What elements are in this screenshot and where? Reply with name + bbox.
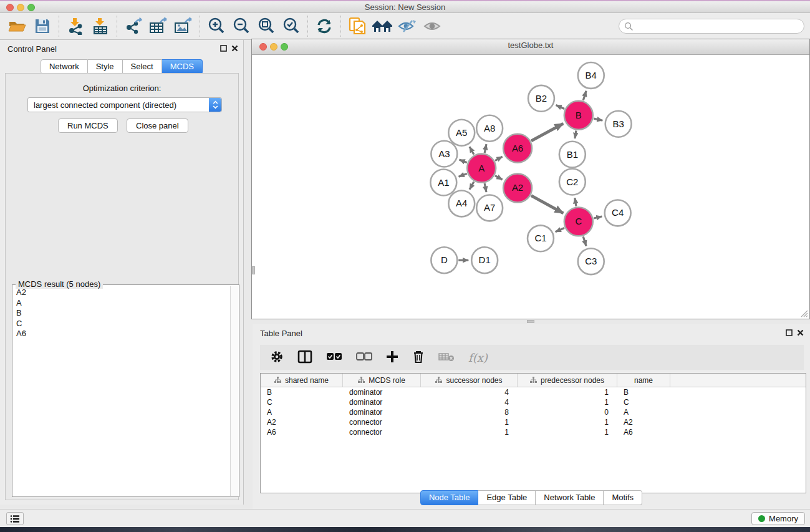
- result-item[interactable]: A2: [13, 288, 229, 298]
- edge-B-B1[interactable]: [575, 130, 576, 138]
- tab-edge-table[interactable]: Edge Table: [478, 490, 536, 505]
- tab-network-table[interactable]: Network Table: [536, 490, 604, 505]
- edge-C-C2[interactable]: [575, 198, 576, 206]
- node-A8[interactable]: A8: [476, 115, 503, 142]
- edge-A-A3[interactable]: [460, 160, 467, 163]
- node-A1[interactable]: A1: [430, 170, 456, 196]
- node-C2[interactable]: C2: [559, 169, 586, 195]
- node-D[interactable]: D: [431, 247, 457, 273]
- column-header-predecessor-nodes[interactable]: predecessor nodes: [518, 374, 617, 387]
- show-graphics-details-button[interactable]: [420, 15, 445, 37]
- edge-C-C4[interactable]: [594, 216, 602, 218]
- task-history-button[interactable]: [6, 512, 24, 525]
- edge-A-A4[interactable]: [470, 181, 474, 189]
- close-panel-button[interactable]: Close panel: [127, 118, 188, 133]
- node-A4[interactable]: A4: [448, 190, 475, 216]
- result-scrollbar[interactable]: [230, 286, 238, 496]
- column-header-shared-name[interactable]: shared name: [261, 374, 343, 387]
- result-item[interactable]: C: [13, 319, 229, 329]
- edge-A-A1[interactable]: [459, 173, 467, 177]
- edge-A6-B[interactable]: [531, 123, 563, 141]
- import-table-button[interactable]: [88, 15, 113, 37]
- zoom-selected-button[interactable]: [279, 15, 304, 37]
- memory-button[interactable]: Memory: [751, 512, 805, 525]
- float-panel-icon[interactable]: [220, 44, 227, 54]
- edge-A-A6[interactable]: [495, 157, 503, 160]
- tab-mcds[interactable]: MCDS: [162, 59, 203, 74]
- save-session-button[interactable]: [30, 15, 55, 37]
- edge-A-A2[interactable]: [495, 176, 503, 180]
- close-panel-icon[interactable]: [231, 44, 238, 54]
- mcds-result-list[interactable]: A2ABCA6: [13, 288, 229, 496]
- edge-A-A8[interactable]: [485, 144, 486, 153]
- edge-B-B2[interactable]: [556, 105, 564, 109]
- edge-C-C1[interactable]: [556, 228, 564, 231]
- tab-style[interactable]: Style: [88, 59, 123, 74]
- refresh-view-button[interactable]: [312, 15, 337, 37]
- show-column-button[interactable]: [297, 350, 312, 365]
- node-B[interactable]: B: [564, 101, 593, 130]
- column-header-successor-nodes[interactable]: successor nodes: [421, 374, 518, 387]
- column-header-MCDS-role[interactable]: MCDS role: [343, 374, 421, 387]
- network-canvas[interactable]: B4B2BB3A5A8A6A3AB1A1A2C2A4A7C4CC1DD1C3: [252, 56, 809, 319]
- edge-B-B3[interactable]: [594, 118, 602, 120]
- open-file-button[interactable]: [5, 15, 30, 37]
- edge-A-A5[interactable]: [470, 147, 474, 154]
- houses-button[interactable]: [370, 15, 395, 37]
- node-B1[interactable]: B1: [559, 142, 586, 168]
- zoom-in-button[interactable]: [204, 15, 229, 37]
- close-table-panel-icon[interactable]: [797, 329, 804, 338]
- tab-select[interactable]: Select: [123, 59, 162, 74]
- table-row[interactable]: Cdominator41C: [261, 397, 806, 407]
- delete-table-button[interactable]: [438, 352, 455, 364]
- export-network-button[interactable]: [121, 15, 146, 37]
- criterion-dropdown[interactable]: largest connected component (directed): [27, 97, 222, 112]
- run-mcds-button[interactable]: Run MCDS: [58, 118, 118, 133]
- float-table-panel-icon[interactable]: [786, 329, 793, 338]
- zoom-out-button[interactable]: [229, 15, 254, 37]
- node-A[interactable]: A: [467, 154, 496, 183]
- tab-motifs[interactable]: Motifs: [604, 490, 642, 505]
- table-row[interactable]: Adominator80A: [261, 407, 806, 417]
- result-item[interactable]: A: [13, 298, 229, 309]
- node-A3[interactable]: A3: [431, 141, 457, 167]
- table-row[interactable]: A2connector11A2: [261, 417, 806, 427]
- export-table-button[interactable]: [146, 15, 171, 37]
- search-input[interactable]: [619, 19, 804, 34]
- node-A5[interactable]: A5: [448, 120, 475, 146]
- node-D1[interactable]: D1: [471, 247, 498, 273]
- export-image-button[interactable]: [171, 15, 196, 37]
- resize-grip-icon[interactable]: [799, 309, 808, 317]
- node-A7[interactable]: A7: [476, 195, 503, 221]
- tab-network[interactable]: Network: [41, 59, 88, 74]
- hide-graphics-details-button[interactable]: [395, 15, 420, 37]
- table-row[interactable]: Bdominator41B: [261, 387, 806, 397]
- tab-node-table[interactable]: Node Table: [420, 490, 479, 505]
- copy-view-button[interactable]: [345, 15, 370, 37]
- table-row[interactable]: A6connector11A6: [261, 427, 806, 437]
- result-item[interactable]: A6: [13, 329, 229, 339]
- edge-C-C3[interactable]: [583, 236, 586, 246]
- node-C1[interactable]: C1: [528, 225, 554, 251]
- node-B2[interactable]: B2: [528, 85, 554, 112]
- node-C[interactable]: C: [564, 207, 593, 236]
- function-builder-button[interactable]: f(x): [468, 351, 488, 364]
- node-A2[interactable]: A2: [503, 174, 532, 203]
- create-column-button[interactable]: [386, 351, 398, 365]
- edge-B-B4[interactable]: [583, 91, 586, 100]
- result-item[interactable]: B: [13, 308, 229, 319]
- delete-column-button[interactable]: [412, 350, 425, 365]
- edge-A-A7[interactable]: [485, 183, 486, 192]
- table-settings-button[interactable]: [270, 350, 284, 365]
- column-header-name[interactable]: name: [617, 374, 670, 387]
- import-network-button[interactable]: [63, 15, 88, 37]
- edge-A2-C[interactable]: [531, 196, 563, 213]
- node-B3[interactable]: B3: [605, 111, 632, 137]
- node-A6[interactable]: A6: [503, 134, 532, 163]
- zoom-fit-button[interactable]: [254, 15, 279, 37]
- node-B4[interactable]: B4: [578, 62, 604, 89]
- node-C3[interactable]: C3: [578, 248, 604, 274]
- node-C4[interactable]: C4: [605, 200, 631, 226]
- deselect-all-columns-button[interactable]: [356, 352, 372, 363]
- select-all-columns-button[interactable]: [326, 352, 342, 363]
